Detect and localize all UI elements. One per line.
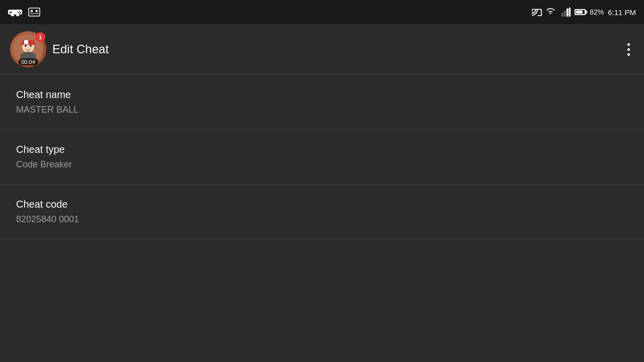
cast-icon [531,8,542,17]
app-bar: 1 00:04 Edit Cheat [0,24,644,74]
gamepad-icon [8,7,22,17]
cheat-code-item[interactable]: Cheat code 82025840 0001 [0,185,644,239]
battery-percent: 82% [590,8,604,16]
cheat-code-value: 82025840 0001 [16,214,628,225]
more-options-button[interactable] [623,39,634,60]
cheat-name-label: Cheat name [16,89,628,101]
svg-rect-15 [24,40,28,44]
app-bar-title: Edit Cheat [52,42,109,56]
more-dot-3 [627,53,630,56]
svg-rect-3 [30,13,39,14]
cheat-type-label: Cheat type [16,144,628,155]
wifi-icon [546,8,557,17]
avatar-container: 1 00:04 [10,31,46,67]
svg-rect-0 [29,8,40,16]
svg-marker-7 [569,8,571,17]
battery-icon [575,9,586,15]
cheat-type-item[interactable]: Cheat type Code Breaker [0,130,644,184]
svg-point-12 [30,45,32,47]
status-bar-left-icons [8,7,40,17]
more-dot-1 [627,43,630,46]
signal-icon [561,8,571,17]
svg-rect-2 [36,10,38,12]
notification-badge: 1 [35,32,45,42]
more-dot-2 [627,48,630,51]
cheat-code-label: Cheat code [16,199,628,210]
svg-rect-1 [31,10,33,12]
svg-marker-4 [561,13,564,17]
status-bar-right: 82% 6:11 PM [531,8,636,17]
cheat-name-item[interactable]: Cheat name MASTER BALL [0,75,644,129]
cheat-name-value: MASTER BALL [16,105,628,115]
status-time: 6:11 PM [608,8,636,17]
svg-point-11 [25,45,27,47]
divider-3 [0,239,644,239]
svg-marker-5 [564,11,566,17]
svg-marker-6 [567,9,569,17]
cheat-type-value: Code Breaker [16,159,628,170]
timer-badge: 00:04 [18,58,38,65]
status-bar: 82% 6:11 PM [0,0,644,24]
cassette-icon [28,7,40,17]
app-bar-left: 1 00:04 Edit Cheat [10,31,109,67]
